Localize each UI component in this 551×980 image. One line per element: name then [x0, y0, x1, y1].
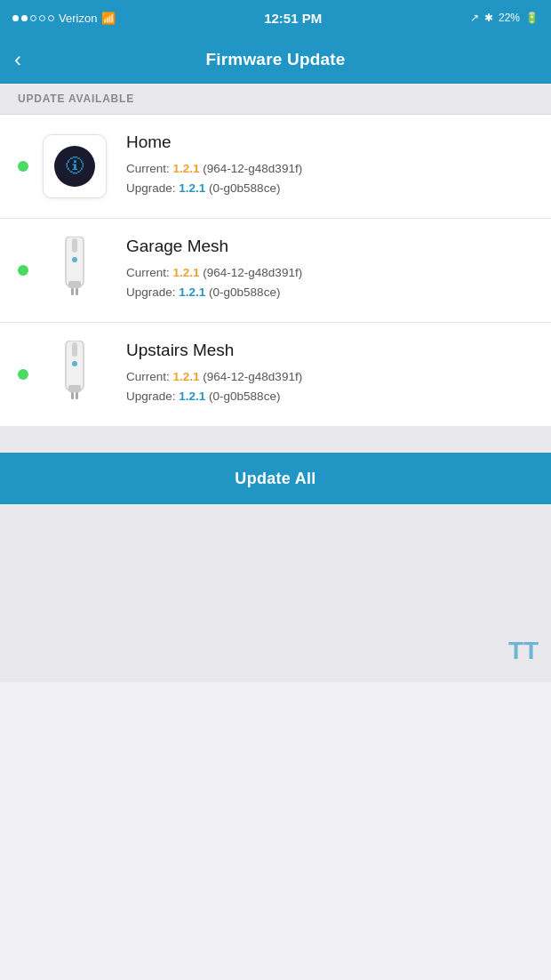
firmware-upgrade-home: Upgrade: 1.2.1 (0-g0b588ce): [126, 181, 533, 197]
online-indicator-upstairs: [18, 369, 28, 380]
upgrade-meta-home: (0-g0b588ce): [205, 181, 280, 195]
update-all-button[interactable]: Update All: [0, 453, 551, 504]
spacer: [0, 426, 551, 453]
svg-rect-11: [76, 392, 78, 399]
device-info-home: Home Current: 1.2.1 (964-12-g48d391f) Up…: [126, 133, 533, 200]
watermark: TT: [507, 634, 539, 670]
upgrade-version-upstairs: 1.2.1: [179, 390, 205, 403]
device-item-upstairs[interactable]: Upstairs Mesh Current: 1.2.1 (964-12-g48…: [0, 323, 551, 426]
device-name-garage: Garage Mesh: [126, 237, 533, 256]
watermark-icon: TT: [507, 634, 539, 666]
svg-rect-7: [72, 342, 77, 357]
firmware-upgrade-garage: Upgrade: 1.2.1 (0-g0b588ce): [126, 285, 533, 301]
svg-rect-10: [71, 392, 74, 399]
upgrade-version-garage: 1.2.1: [179, 285, 205, 299]
current-version-home: 1.2.1: [173, 162, 200, 175]
upgrade-label-garage: Upgrade:: [126, 285, 179, 299]
svg-rect-3: [68, 281, 81, 288]
router-wifi-icon: 🛈: [65, 157, 84, 176]
dot-5: [48, 15, 54, 21]
current-label-home: Current:: [126, 162, 173, 175]
extender-svg-garage: [57, 237, 92, 304]
status-bar: Verizon 📶 12:51 PM ↗ ✱ 22% 🔋: [0, 0, 551, 36]
current-version-garage: 1.2.1: [173, 266, 200, 279]
current-label-garage: Current:: [126, 266, 173, 279]
page-title: Firmware Update: [205, 50, 345, 69]
dot-1: [12, 15, 19, 21]
battery-label: 22%: [499, 12, 520, 24]
wifi-status-icon: 📶: [101, 12, 116, 25]
bluetooth-icon: ✱: [484, 12, 493, 24]
device-item-garage[interactable]: Garage Mesh Current: 1.2.1 (964-12-g48d3…: [0, 219, 551, 323]
current-meta-home: (964-12-g48d391f): [200, 162, 303, 175]
back-button[interactable]: ‹: [14, 49, 21, 70]
status-left: Verizon 📶: [12, 12, 116, 25]
current-meta-garage: (964-12-g48d391f): [200, 266, 303, 279]
upgrade-meta-garage: (0-g0b588ce): [205, 285, 280, 299]
upgrade-version-home: 1.2.1: [179, 181, 205, 195]
device-name-upstairs: Upstairs Mesh: [126, 341, 533, 360]
upgrade-label-upstairs: Upgrade:: [126, 390, 179, 403]
svg-point-2: [72, 257, 77, 262]
section-header: UPDATE AVAILABLE: [0, 84, 551, 115]
router-circle: 🛈: [54, 146, 95, 187]
upgrade-label-home: Upgrade:: [126, 181, 179, 195]
svg-rect-5: [76, 288, 78, 295]
dot-4: [39, 15, 45, 21]
dot-2: [21, 15, 28, 21]
footer-area: TT: [0, 504, 551, 682]
current-version-upstairs: 1.2.1: [173, 370, 200, 383]
device-name-home: Home: [126, 133, 533, 152]
device-list: 🛈 Home Current: 1.2.1 (964-12-g48d391f) …: [0, 115, 551, 426]
svg-rect-4: [71, 288, 74, 295]
current-meta-upstairs: (964-12-g48d391f): [200, 370, 303, 383]
signal-dots: [12, 15, 54, 21]
svg-point-8: [72, 361, 77, 366]
firmware-upgrade-upstairs: Upgrade: 1.2.1 (0-g0b588ce): [126, 389, 533, 406]
device-info-upstairs: Upstairs Mesh Current: 1.2.1 (964-12-g48…: [126, 341, 533, 408]
svg-rect-9: [68, 385, 81, 392]
status-right: ↗ ✱ 22% 🔋: [470, 12, 539, 24]
router-box: 🛈: [43, 134, 107, 198]
firmware-current-home: Current: 1.2.1 (964-12-g48d391f): [126, 161, 533, 178]
dot-3: [30, 15, 36, 21]
current-label-upstairs: Current:: [126, 370, 173, 383]
online-indicator-garage: [18, 265, 28, 276]
device-image-home: 🛈: [39, 131, 110, 202]
upgrade-meta-upstairs: (0-g0b588ce): [205, 390, 280, 403]
carrier-label: Verizon: [59, 12, 97, 25]
location-icon: ↗: [470, 12, 479, 24]
device-image-garage: [39, 235, 110, 306]
battery-icon: 🔋: [525, 12, 539, 24]
online-indicator-home: [18, 161, 28, 172]
status-time: 12:51 PM: [264, 11, 322, 26]
device-item-home[interactable]: 🛈 Home Current: 1.2.1 (964-12-g48d391f) …: [0, 115, 551, 219]
extender-svg-upstairs: [57, 341, 92, 408]
svg-text:TT: TT: [508, 637, 539, 664]
nav-bar: ‹ Firmware Update: [0, 36, 551, 84]
firmware-current-upstairs: Current: 1.2.1 (964-12-g48d391f): [126, 369, 533, 386]
firmware-current-garage: Current: 1.2.1 (964-12-g48d391f): [126, 265, 533, 282]
device-image-upstairs: [39, 339, 110, 410]
device-info-garage: Garage Mesh Current: 1.2.1 (964-12-g48d3…: [126, 237, 533, 304]
svg-rect-1: [72, 238, 77, 253]
